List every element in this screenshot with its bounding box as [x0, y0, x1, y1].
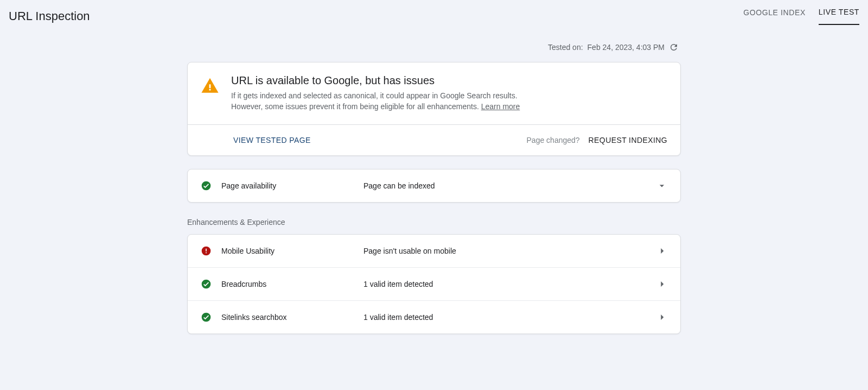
refresh-icon[interactable] [669, 42, 679, 52]
row-label: Page availability [221, 181, 363, 190]
tab-live-test[interactable]: LIVE TEST [819, 8, 859, 25]
request-indexing-button[interactable]: REQUEST INDEXING [589, 136, 667, 144]
status-actions: VIEW TESTED PAGE Page changed? REQUEST I… [188, 124, 680, 155]
status-description: If it gets indexed and selected as canon… [231, 90, 667, 112]
status-card: URL is available to Google, but has issu… [187, 62, 681, 156]
svg-point-2 [202, 279, 211, 288]
page-title: URL Inspection [9, 9, 90, 23]
check-circle-icon [201, 312, 212, 323]
row-value: Page isn't usable on mobile [363, 247, 656, 255]
tab-google-index[interactable]: GOOGLE INDEX [743, 8, 806, 24]
svg-point-3 [202, 312, 211, 322]
row-value: 1 valid item detected [363, 280, 656, 288]
enhancements-card: Mobile Usability Page isn't usable on mo… [187, 234, 681, 334]
row-label: Mobile Usability [221, 247, 363, 255]
chevron-down-icon [656, 180, 667, 191]
status-desc-line2: However, some issues prevent it from bei… [231, 102, 481, 111]
view-tested-page-button[interactable]: VIEW TESTED PAGE [233, 136, 311, 144]
status-text: URL is available to Google, but has issu… [231, 74, 667, 112]
row-page-availability[interactable]: Page availability Page can be indexed [188, 169, 680, 202]
row-breadcrumbs[interactable]: Breadcrumbs 1 valid item detected [188, 267, 680, 300]
error-circle-icon [201, 246, 212, 256]
tested-on-label: Tested on: [548, 43, 583, 52]
row-mobile-usability[interactable]: Mobile Usability Page isn't usable on mo… [188, 235, 680, 267]
tested-on-row: Tested on: Feb 24, 2023, 4:03 PM [187, 42, 681, 52]
chevron-right-icon [656, 312, 667, 323]
status-main: URL is available to Google, but has issu… [188, 62, 680, 124]
row-label: Sitelinks searchbox [221, 313, 363, 322]
page-changed-label: Page changed? [527, 136, 580, 144]
page-header: URL Inspection GOOGLE INDEX LIVE TEST [0, 0, 868, 26]
check-circle-icon [201, 180, 212, 191]
status-desc-line1: If it gets indexed and selected as canon… [231, 91, 518, 100]
row-value: 1 valid item detected [363, 313, 656, 322]
tabs: GOOGLE INDEX LIVE TEST [743, 8, 859, 25]
row-label: Breadcrumbs [221, 280, 363, 288]
tested-on-value: Feb 24, 2023, 4:03 PM [588, 43, 665, 52]
row-value: Page can be indexed [363, 181, 656, 190]
row-sitelinks-searchbox[interactable]: Sitelinks searchbox 1 valid item detecte… [188, 300, 680, 334]
svg-point-0 [202, 181, 211, 190]
status-heading: URL is available to Google, but has issu… [231, 74, 667, 87]
warning-icon [201, 77, 219, 95]
availability-card: Page availability Page can be indexed [187, 169, 681, 203]
chevron-right-icon [656, 246, 667, 256]
content-area: Tested on: Feb 24, 2023, 4:03 PM URL is … [187, 26, 681, 334]
enhancements-section-title: Enhancements & Experience [187, 218, 681, 227]
chevron-right-icon [656, 279, 667, 290]
check-circle-icon [201, 279, 212, 290]
learn-more-link[interactable]: Learn more [481, 102, 520, 111]
